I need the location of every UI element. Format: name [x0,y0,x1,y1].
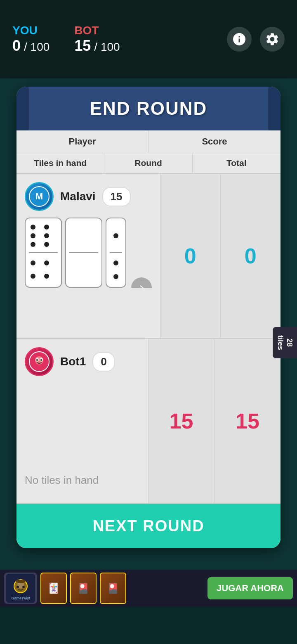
gear-icon [265,32,280,47]
ad-play-button[interactable]: JUGAR AHORA [207,577,293,599]
bot-label: BOT [74,24,99,37]
ad-brand-icon: GameTwist [4,573,37,604]
svg-text:M: M [35,191,43,201]
player2-total-score-cell: 15 [214,339,280,503]
side-tab: 28 tiles [273,327,297,358]
player2-tile-count: 0 [92,352,115,372]
domino-2-top [69,222,98,250]
modal-banner: END ROUND [16,87,280,130]
side-tab-line1: 28 [285,339,294,347]
player2-info: Bot1 0 [25,347,115,376]
info-icon [232,32,247,47]
svg-point-7 [40,359,42,361]
svg-text:GameTwist: GameTwist [11,596,30,600]
table-header: Player Score [16,130,280,153]
domino-1-bottom [29,256,58,284]
col-player-header: Player [16,130,148,153]
you-score-max: / 100 [24,40,50,54]
main-area: END ROUND Player Score Tiles in hand Rou… [0,78,297,607]
domino-3 [106,218,126,288]
side-tab-line2: tiles [276,335,285,350]
player2-row: Bot1 0 No tiles in hand 15 15 [16,339,280,504]
player2-round-score: 15 [170,409,193,433]
bot-score-value: 15 [74,37,91,54]
table-subheader: Tiles in hand Round Total [16,153,280,174]
domino-3-bottom [110,256,122,284]
ad-brand-image: GameTwist [6,574,35,603]
player1-round-score: 0 [184,244,196,268]
player1-round-score-cell: 0 [160,174,221,338]
no-tiles-text: No tiles in hand [25,474,99,487]
player2-total-score: 15 [236,409,259,433]
player1-avatar: M [25,182,54,211]
svg-point-6 [36,359,38,361]
chevron-right-icon [137,283,146,288]
svg-rect-12 [17,580,24,583]
you-score-value: 0 [12,37,21,54]
you-score-section: YOU 0 / 100 [12,24,50,54]
sub-total-header: Total [193,153,280,173]
player1-info: M Malavi 15 [25,182,131,211]
col-score-header: Score [148,130,280,153]
player1-total-score-cell: 0 [221,174,281,338]
info-button[interactable] [227,27,252,52]
domino-1-top [29,222,58,250]
ad-card-3: 🎴 [100,573,126,604]
ad-card-1: 🃏 [40,573,67,604]
player1-cell: M Malavi 15 [16,174,160,338]
score-section: YOU 0 / 100 BOT 15 / 100 [12,24,120,54]
sub-round-header: Round [104,153,192,173]
player1-dominoes [25,218,152,288]
scroll-right-button[interactable] [131,277,152,288]
player2-cell: Bot1 0 No tiles in hand [16,339,148,503]
top-bar: YOU 0 / 100 BOT 15 / 100 [0,0,297,78]
settings-button[interactable] [260,27,285,52]
svg-point-14 [22,586,25,588]
player1-avatar-icon: M [29,186,50,207]
player1-total-score: 0 [245,244,257,268]
top-icons [227,27,285,52]
bot-score-section: BOT 15 / 100 [74,24,120,54]
ad-card-2: 🎴 [70,573,97,604]
bot-score-max: / 100 [94,40,120,54]
player2-round-score-cell: 15 [148,339,214,503]
domino-2-bottom [69,256,98,284]
end-round-modal: END ROUND Player Score Tiles in hand Rou… [16,87,280,548]
player2-avatar [25,347,54,376]
svg-point-13 [16,586,19,588]
domino-2 [65,218,102,288]
player2-avatar-icon [29,351,50,372]
next-round-button[interactable]: NEXT ROUND [16,504,280,548]
domino-1 [25,218,62,288]
player1-row: M Malavi 15 [16,174,280,339]
player1-tile-count: 15 [102,187,131,206]
bottom-ad-bar[interactable]: GameTwist 🃏 🎴 🎴 JUGAR AHORA [0,570,297,607]
modal-title: END ROUND [90,98,207,118]
domino-3-top [110,222,122,250]
you-label: YOU [12,24,38,37]
sub-tiles-header: Tiles in hand [16,153,104,173]
player1-name: Malavi [60,190,96,203]
player2-name: Bot1 [60,355,86,368]
